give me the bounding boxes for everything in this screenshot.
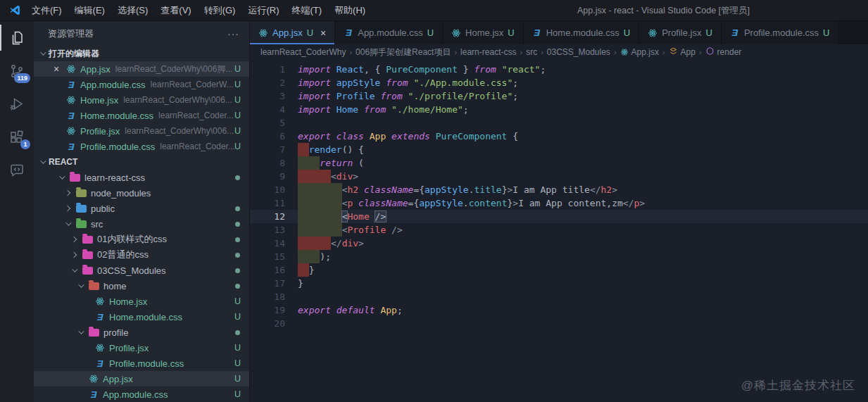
breadcrumb-item[interactable]: 03CSS_Modules: [547, 47, 610, 57]
css-file-icon: Ǝ: [95, 358, 105, 369]
code-line-content[interactable]: [298, 317, 868, 330]
run-debug-icon[interactable]: [0, 87, 34, 120]
tree-item[interactable]: node_modules: [34, 185, 249, 201]
open-editor-item[interactable]: ƎProfile.module.csslearnReact_Coder...U: [34, 139, 249, 154]
breadcrumb-item[interactable]: App.jsx: [620, 47, 659, 57]
breadcrumb-item[interactable]: 006脚手架创建React项目: [356, 46, 451, 58]
open-editor-item[interactable]: ƎApp.module.csslearnReact_CoderW...U: [34, 77, 249, 92]
token: />: [375, 211, 386, 222]
tree-item[interactable]: Home.jsxU: [34, 294, 249, 309]
menu-item-1[interactable]: 文件(F): [25, 0, 68, 20]
menu-item-5[interactable]: 转到(G): [198, 0, 242, 20]
tab-git-status: U: [307, 27, 313, 38]
token: >: [358, 238, 364, 249]
code-text: import Home from "./home/Home";: [298, 104, 469, 115]
tab-home-module-css[interactable]: ƎHome.module.cssU: [524, 21, 639, 44]
code-text: render() {: [298, 144, 364, 155]
code-line-content[interactable]: return (: [298, 156, 868, 170]
tab-home-jsx[interactable]: Home.jsxU: [443, 21, 524, 44]
code-line-content[interactable]: <p className={appStyle.content}>I am App…: [298, 196, 868, 210]
tab-profile-module-css[interactable]: ƎProfile.module.cssU: [722, 21, 839, 44]
tree-item[interactable]: ƎHome.module.cssU: [34, 309, 249, 325]
breadcrumb-item[interactable]: learn-react-css: [460, 47, 516, 57]
code-line-content[interactable]: <Home />: [298, 210, 868, 223]
menu-item-2[interactable]: 编辑(E): [68, 0, 111, 20]
git-status-badge: U: [234, 142, 241, 151]
react-section-header[interactable]: REACT: [34, 154, 249, 170]
close-icon[interactable]: ×: [54, 61, 59, 77]
tree-item[interactable]: App.jsxU: [34, 371, 249, 387]
code-line-content[interactable]: <h2 className={appStyle.title}>I am App …: [298, 183, 868, 196]
tree-item-label: 01内联样式的css: [97, 233, 167, 246]
more-actions-icon[interactable]: ···: [227, 28, 239, 39]
token: [430, 131, 436, 142]
open-editor-item[interactable]: Profile.jsxlearnReact_CoderWhy\006...U: [34, 123, 249, 139]
tree-item[interactable]: 01内联样式的css: [34, 232, 249, 247]
git-status-badge: U: [234, 111, 241, 120]
tree-item[interactable]: public: [34, 201, 249, 216]
close-icon[interactable]: ×: [320, 27, 326, 39]
tab-app-module-css[interactable]: ƎApp.module.cssU: [335, 21, 443, 44]
token: [331, 305, 336, 315]
tree-item[interactable]: learn-react-css: [34, 170, 249, 185]
code-line-content[interactable]: }: [298, 277, 868, 290]
code-line-content[interactable]: render() {: [298, 143, 868, 156]
tree-item-label: public: [91, 203, 115, 214]
code-line: 11 <p className={appStyle.content}>I am …: [250, 196, 868, 210]
code-line-content[interactable]: import appStyle from "./App.module.css";: [298, 76, 868, 89]
code-line-content[interactable]: [298, 290, 868, 303]
chevron-down-icon: [59, 173, 65, 179]
breadcrumb-item[interactable]: App: [669, 46, 696, 58]
open-editor-item[interactable]: Home.jsxlearnReact_CoderWhy\006...U: [34, 92, 249, 108]
code-line-content[interactable]: import Profile from "./profile/Profile";: [298, 89, 868, 103]
token: }: [298, 278, 303, 289]
menu-item-3[interactable]: 选择(S): [111, 0, 154, 20]
open-editor-item[interactable]: ×App.jsxlearnReact_CoderWhy\006脚...U: [34, 61, 249, 77]
code-line-content[interactable]: }: [298, 263, 868, 277]
explorer-icon[interactable]: [0, 21, 34, 54]
tree-item[interactable]: ƎProfile.module.cssU: [34, 356, 249, 371]
tree-item[interactable]: 03CSS_Modules: [34, 263, 249, 278]
tab-profile-jsx[interactable]: Profile.jsxU: [639, 21, 722, 44]
tree-item[interactable]: ƎApp.module.cssU: [34, 387, 249, 402]
breadcrumb-item[interactable]: render: [705, 46, 742, 58]
code-line-content[interactable]: export class App extends PureComponent {: [298, 130, 868, 143]
code-chat-icon[interactable]: [0, 153, 34, 187]
token: [353, 198, 358, 208]
css-file-icon: Ǝ: [95, 312, 105, 322]
code-line-content[interactable]: );: [298, 250, 868, 263]
code-line-content[interactable]: <div>: [298, 170, 868, 183]
react-file-icon: [66, 95, 76, 105]
code-line-content[interactable]: <Profile />: [298, 223, 868, 237]
code-line-content[interactable]: import Home from "./home/Home";: [298, 103, 868, 116]
breadcrumb-item[interactable]: src: [526, 47, 537, 57]
code-line-content[interactable]: [298, 116, 868, 130]
line-number: 15: [250, 250, 285, 263]
code-line: 6export class App extends PureComponent …: [250, 130, 868, 143]
menu-item-8[interactable]: 帮助(H): [328, 0, 372, 20]
git-status-badge: U: [234, 312, 241, 322]
css-file-icon: Ǝ: [532, 27, 542, 38]
tree-item[interactable]: src: [34, 216, 249, 232]
line-number: 20: [250, 317, 285, 330]
token: [386, 131, 391, 142]
code-line-content[interactable]: import React, { PureComponent } from "re…: [298, 63, 868, 76]
code-text: import Profile from "./profile/Profile";: [298, 91, 518, 101]
source-control-icon[interactable]: 119: [0, 54, 34, 87]
open-editors-section-header[interactable]: 打开的编辑器: [34, 46, 249, 61]
token: App: [370, 131, 386, 142]
tree-item[interactable]: Profile.jsxU: [34, 340, 249, 356]
tree-item-label: 03CSS_Modules: [97, 265, 166, 276]
menu-item-6[interactable]: 运行(R): [241, 0, 285, 20]
tree-item[interactable]: home: [34, 278, 249, 294]
breadcrumb-item[interactable]: learnReact_CoderWhy: [260, 47, 346, 57]
extensions-icon[interactable]: 1: [0, 120, 34, 153]
menu-item-7[interactable]: 终端(T): [285, 0, 328, 20]
tab-app-jsx[interactable]: App.jsxU×: [250, 21, 335, 44]
tree-item[interactable]: 02普通的css: [34, 247, 249, 263]
menu-item-4[interactable]: 查看(V): [154, 0, 197, 20]
code-line-content[interactable]: export default App;: [298, 303, 868, 317]
tree-item[interactable]: profile: [34, 325, 249, 340]
open-editor-item[interactable]: ƎHome.module.csslearnReact_Coder...U: [34, 108, 249, 123]
code-line-content[interactable]: </div>: [298, 237, 868, 250]
